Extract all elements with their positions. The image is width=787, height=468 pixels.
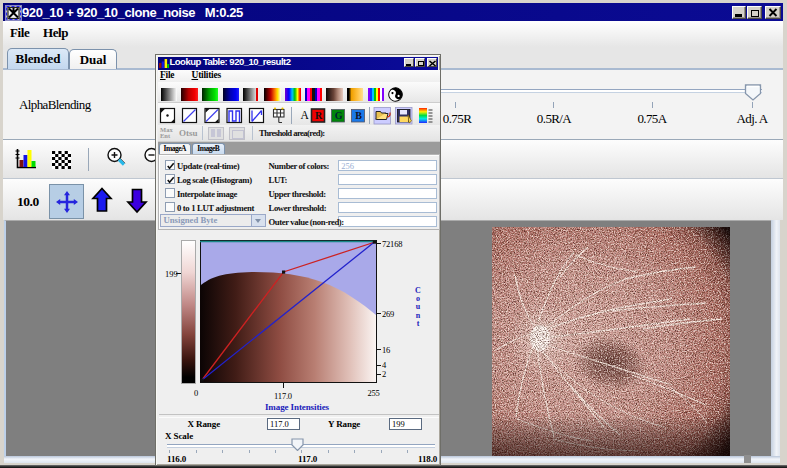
svg-text:A: A [301, 109, 310, 121]
svg-text:B: B [355, 110, 362, 121]
svg-text:G: G [335, 110, 343, 121]
svg-text:R: R [315, 110, 323, 121]
